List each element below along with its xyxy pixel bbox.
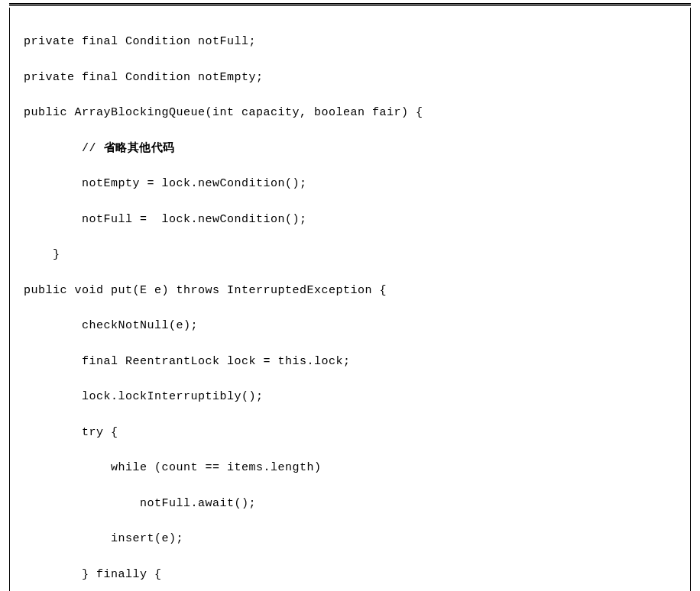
code-line: } [24, 246, 676, 263]
code-line: notEmpty = lock.newCondition(); [24, 175, 676, 192]
code-line: notFull.await(); [24, 495, 676, 512]
page-container: private final Condition notFull; private… [0, 0, 700, 591]
code-line: public ArrayBlockingQueue(int capacity, … [24, 104, 676, 121]
code-line: lock.lockInterruptibly(); [24, 388, 676, 405]
code-line: insert(e); [24, 530, 676, 547]
code-line: public void put(E e) throws InterruptedE… [24, 282, 676, 299]
code-line: } finally { [24, 566, 676, 583]
code-line: while (count == items.length) [24, 459, 676, 476]
code-block: private final Condition notFull; private… [9, 8, 691, 591]
comment-chinese: 省略其他代码 [104, 142, 175, 155]
code-line: checkNotNull(e); [24, 317, 676, 334]
comment-prefix: // [24, 142, 104, 155]
code-line: notFull = lock.newCondition(); [24, 211, 676, 228]
code-line: private final Condition notFull; [24, 33, 676, 50]
code-line: private final Condition notEmpty; [24, 69, 676, 86]
code-line-comment: // 省略其他代码 [24, 140, 676, 157]
top-rule [9, 3, 691, 6]
code-line: try { [24, 424, 676, 441]
code-line: final ReentrantLock lock = this.lock; [24, 353, 676, 370]
